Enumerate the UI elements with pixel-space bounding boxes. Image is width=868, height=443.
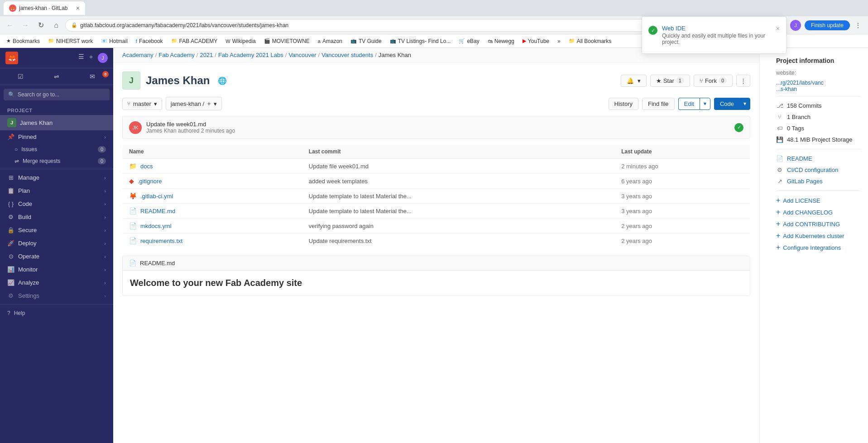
table-row: 🦊.gitlab-ci.yml Update template to lates… <box>123 189 750 204</box>
commit-avatar: JK <box>129 121 142 134</box>
browser-tabs: 🦊 james-khan · GitLab × <box>0 0 868 16</box>
file-name-gitlab-ci[interactable]: 🦊.gitlab-ci.yml <box>129 192 296 200</box>
bookmark-wikipedia[interactable]: W Wikipedia <box>223 37 258 45</box>
sidebar-action-review[interactable]: ✉ 8 <box>76 70 110 83</box>
code-button[interactable]: Code <box>714 98 739 110</box>
sidebar-action-merge[interactable]: ⇌ <box>39 70 73 83</box>
sidebar-avatar[interactable]: J <box>98 53 108 63</box>
breadcrumb-fab-academy-2021-labs[interactable]: Fab Academy 2021 Labs <box>218 52 283 58</box>
bookmark-movietowne[interactable]: 🎬 MOVIETOWNE <box>261 37 312 45</box>
star-button[interactable]: ★ Star 1 <box>650 75 690 87</box>
forward-button[interactable]: → <box>19 19 32 32</box>
finish-update-button[interactable]: Finish update <box>805 20 850 30</box>
breadcrumb-2021[interactable]: 2021 <box>200 52 213 58</box>
path-plus-icon: ＋ <box>206 100 212 108</box>
sidebar-help[interactable]: ? Help <box>0 306 113 320</box>
bookmark-newegg[interactable]: 🛍 Newegg <box>485 37 517 45</box>
right-sidebar-inner: Project information website: ...rg/2021/… <box>769 48 868 262</box>
tab-close-icon[interactable]: × <box>76 5 80 12</box>
bookmark-hotmail[interactable]: 📧 Hotmail <box>98 37 130 45</box>
chevron-right-icon: › <box>104 134 106 140</box>
monitor-icon: 📊 <box>7 266 14 273</box>
readme-header: 📄 README.md <box>123 256 750 271</box>
sidebar-action-todo[interactable]: ☑ <box>4 70 38 83</box>
breadcrumb-vancouver[interactable]: Vancouver <box>288 52 316 58</box>
bookmark-all-bookmarks[interactable]: 📁 All Bookmarks <box>566 37 614 45</box>
add-kubernetes-link[interactable]: + Add Kubernetes cluster <box>776 230 861 242</box>
more-button[interactable]: ⋮ <box>736 75 750 87</box>
sidebar-new-icon[interactable]: ＋ <box>88 53 94 63</box>
add-changelog-link[interactable]: + Add CHANGELOG <box>776 206 861 218</box>
bookmark-more[interactable]: » <box>555 37 563 45</box>
project-info-link[interactable]: ...rg/2021/labs/vanc...s-khan <box>776 80 861 92</box>
sidebar-item-monitor[interactable]: 📊 Monitor › <box>0 263 113 276</box>
sidebar-item-build[interactable]: ⚙ Build › <box>0 210 113 224</box>
sidebar-item-issues[interactable]: ○ Issues 0 <box>0 143 113 155</box>
history-button[interactable]: History <box>609 98 638 110</box>
profile-button[interactable]: J <box>790 20 801 31</box>
file-name-gitignore[interactable]: ◆.gitignore <box>129 177 296 185</box>
sidebar-item-manage[interactable]: ⊞ Manage › <box>0 171 113 184</box>
info-link-readme[interactable]: 📄 README <box>776 153 861 164</box>
sidebar-item-operate[interactable]: ⊙ Operate › <box>0 250 113 263</box>
active-tab[interactable]: 🦊 james-khan · GitLab × <box>4 1 85 15</box>
sidebar-item-plan[interactable]: 📋 Plan › <box>0 184 113 197</box>
add-license-link[interactable]: + Add LICENSE <box>776 195 861 206</box>
sidebar-item-pinned[interactable]: 📌 Pinned › <box>0 130 113 143</box>
web-ide-option[interactable]: ✓ Web IDE Quickly and easily edit multip… <box>642 48 759 50</box>
file-name-readme[interactable]: 📄README.md <box>129 207 296 214</box>
info-link-cicd[interactable]: ⚙ CI/CD configuration <box>776 164 861 176</box>
find-file-button[interactable]: Find file <box>642 98 675 110</box>
address-bar[interactable]: 🔒 gitlab.fabcloud.org/academany/fabacade… <box>65 19 729 32</box>
bookmark-tvguide[interactable]: 📺 TV Guide <box>348 37 384 45</box>
sidebar-item-settings[interactable]: ⚙ Settings › <box>0 289 113 302</box>
table-row: 📁docs Update file week01.md 2 minutes ag… <box>123 159 750 174</box>
notifications-button[interactable]: 🔔 ▾ <box>621 75 647 87</box>
bookmark-niherst[interactable]: 📁 NIHERST work <box>45 37 96 45</box>
sidebar-item-deploy[interactable]: 🚀 Deploy › <box>0 237 113 250</box>
info-stat-tags[interactable]: 🏷 0 Tags <box>776 123 861 134</box>
sidebar-item-code[interactable]: { } Code › <box>0 197 113 210</box>
bookmark-facebook[interactable]: f Facebook <box>133 37 166 45</box>
storage-icon: 💾 <box>776 136 783 143</box>
file-name-requirements[interactable]: 📄requirements.txt <box>129 237 296 244</box>
sidebar-item-james-khan[interactable]: J James Khan <box>0 115 113 130</box>
configure-integrations-link[interactable]: + Configure Integrations <box>776 242 861 253</box>
info-stat-branch[interactable]: ⑂ 1 Branch <box>776 111 861 123</box>
bookmark-ebay[interactable]: 🛒 eBay <box>456 37 482 45</box>
info-stat-commits[interactable]: ⎇ 158 Commits <box>776 100 861 111</box>
breadcrumb-vancouver-students[interactable]: Vancouver students <box>321 52 373 58</box>
sidebar-item-merge-requests[interactable]: ⇌ Merge requests 0 <box>0 155 113 167</box>
back-button[interactable]: ← <box>4 19 16 32</box>
edit-button[interactable]: Edit <box>678 98 700 110</box>
repo-toolbar: ⑂ master ▾ james-khan / ＋ ▾ History Find… <box>122 97 750 110</box>
commit-message[interactable]: Update file week01.md <box>146 121 235 128</box>
bookmark-tvlistings[interactable]: 📺 TV Listings- Find Lo... <box>387 37 454 45</box>
bookmark-youtube[interactable]: ▶ YouTube <box>520 37 552 45</box>
info-link-pages[interactable]: ↗ GitLab Pages <box>776 176 861 187</box>
file-name-mkdocs[interactable]: 📄mkdocs.yml <box>129 222 296 229</box>
bookmark-fab-academy[interactable]: 📁 FAB ACADEMY <box>168 37 221 45</box>
breadcrumb-fab-academy[interactable]: Fab Academy <box>158 52 195 58</box>
code-dropdown-toggle[interactable]: ▾ <box>739 98 750 110</box>
add-contributing-link[interactable]: + Add CONTRIBUTING <box>776 218 861 230</box>
sidebar-search[interactable]: 🔍 Search or go to... <box>4 89 110 100</box>
branch-selector[interactable]: ⑂ master ▾ <box>122 98 162 110</box>
fork-button[interactable]: ⑂ Fork 0 <box>694 75 733 87</box>
gitlab-logo[interactable]: 🦊 <box>5 52 18 64</box>
sidebar-item-secure[interactable]: 🔒 Secure › <box>0 224 113 237</box>
bookmark-bookmarks[interactable]: ★ Bookmarks <box>4 37 43 45</box>
bookmark-amazon[interactable]: a Amazon <box>315 37 345 45</box>
home-button[interactable]: ⌂ <box>50 19 62 32</box>
edit-dropdown-toggle[interactable]: ▾ <box>700 98 710 110</box>
file-name-docs[interactable]: 📁docs <box>129 162 296 170</box>
reload-button[interactable]: ↻ <box>34 19 47 32</box>
sidebar-header: 🦊 ☰ ＋ J <box>0 48 113 68</box>
sidebar-item-analyze[interactable]: 📈 Analyze › <box>0 276 113 289</box>
chrome-menu-button[interactable]: ⋮ <box>852 19 864 32</box>
add-contributing-label: Add CONTRIBUTING <box>783 221 840 228</box>
sidebar-toggle-icon[interactable]: ☰ <box>78 53 84 63</box>
tab-favicon: 🦊 <box>9 5 16 12</box>
commit-gitlab-ci: Update template to latest Material the..… <box>302 189 615 204</box>
breadcrumb-academany[interactable]: Academany <box>122 52 153 58</box>
